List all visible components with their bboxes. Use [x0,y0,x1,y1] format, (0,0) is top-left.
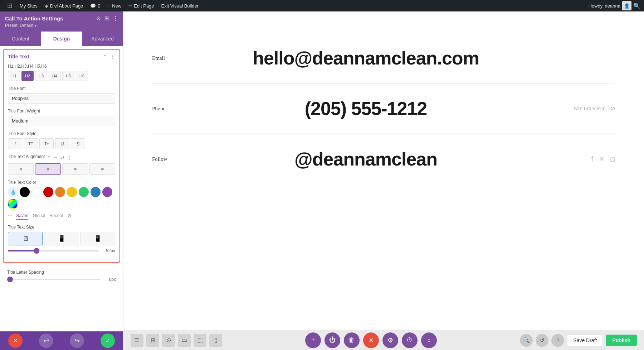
settings-btn[interactable]: ⚙ [382,332,398,348]
publish-label: Publish [612,337,630,343]
help-btn[interactable]: ? [551,334,564,347]
wireframe-icon-btn[interactable]: ☰ [131,334,143,347]
reset-icon[interactable]: ↺ [60,155,64,160]
size-slider[interactable] [8,250,99,251]
fullscreen-icon[interactable]: ⊙ [96,15,101,21]
follow-label: Follow [152,156,188,162]
follow-row: Follow @deannamclean f ✕ ◻ [152,134,615,184]
title-font-select[interactable]: Poppins [8,93,115,104]
more-icon[interactable]: ⋮ [113,15,118,21]
uppercase-btn[interactable]: Tt [39,138,54,149]
color-swatch-green[interactable] [79,187,89,197]
reorder-btn[interactable]: ↕ [421,332,437,348]
color-swatch-black[interactable] [20,187,30,197]
more-align-icon[interactable]: ⋮ [67,155,72,160]
twitter-x-icon[interactable]: ✕ [599,155,604,163]
tab-advanced[interactable]: Advanced [82,32,123,46]
grid-icon-btn[interactable]: ⊞ [146,334,159,347]
title-font-weight-select[interactable]: Medium [8,116,115,126]
split-icon[interactable]: ⊞ [104,15,109,21]
power-btn[interactable]: ⏻ [325,332,340,348]
align-right-btn[interactable]: ≡ [62,163,88,175]
history-btn[interactable]: ⏱ [402,332,418,348]
comments-menu[interactable]: 💬 0 [87,0,104,11]
help-icon[interactable]: ? [48,155,50,160]
heading-h2-btn[interactable]: H2 [21,71,34,81]
mobile-icon: 📱 [94,235,102,243]
title-text-section: Title Text ⌃ ⋮ H1,H2,H3,H4,H5,H6 H1 H2 H… [3,49,120,263]
user-avatar[interactable]: 👤 [622,1,631,10]
small-caps-btn[interactable]: TT [24,138,38,149]
color-swatch-purple[interactable] [102,187,112,197]
page-view-icon-btn[interactable]: ▭ [178,334,191,347]
size-desktop-btn[interactable]: 🖥 [8,232,43,245]
edit-page-menu[interactable]: ✏ Edit Page [125,0,157,11]
instagram-icon[interactable]: ◻ [610,155,615,163]
color-swatch-white[interactable] [31,187,42,197]
title-font-label: Title Font [8,86,115,91]
color-swatch-yellow[interactable] [67,187,77,197]
undo-button[interactable]: ↩ [39,334,53,348]
add-section-btn[interactable]: + [305,332,321,348]
color-swatch-orange[interactable] [55,187,65,197]
title-font-group: Title Font Poppins [8,86,115,104]
phone-label: Phone [152,106,188,112]
collapse-icon[interactable]: ⌃ [103,54,107,59]
divi-about-menu[interactable]: ◆ Divi About Page [41,0,87,11]
delete-btn[interactable]: 🗑 [344,332,360,348]
phone-row: Phone (205) 555-1212 San Francisco, CA [152,83,615,134]
align-center-btn[interactable]: ≡ [35,163,61,175]
letter-spacing-label: Title Letter Spacing [7,270,116,275]
mobile-view-icon-btn[interactable]: ▯ [209,334,222,347]
heading-h4-btn[interactable]: H4 [49,71,61,81]
heading-h6-btn[interactable]: H6 [76,71,88,81]
wp-logo[interactable]: ⊞ [4,0,16,11]
italic-btn[interactable]: I [8,138,22,149]
new-menu[interactable]: + New [104,0,125,11]
heading-h3-btn[interactable]: H3 [35,71,47,81]
color-tab-saved[interactable]: Saved [16,213,28,220]
search-icon[interactable]: 🔍 [633,3,640,9]
eyedropper-icon[interactable]: 💧 [8,187,18,197]
color-tab-global[interactable]: Global [33,213,45,220]
color-settings-icon[interactable]: ⚙ [67,213,72,220]
publish-button[interactable]: Publish [606,335,637,346]
device-icon[interactable]: ▭ [53,155,58,160]
save-button[interactable]: ✓ [101,334,115,348]
close-button[interactable]: ✕ [8,334,23,348]
size-device-buttons: 🖥 📱 📱 [8,232,115,245]
tab-content[interactable]: Content [0,32,41,46]
facebook-icon[interactable]: f [591,155,593,163]
align-left-btn[interactable]: ≡ [8,163,34,175]
heading-level-group: H1,H2,H3,H4,H5,H6 H1 H2 H3 H4 H5 H6 [8,64,115,81]
heading-h5-btn[interactable]: H5 [62,71,74,81]
size-mobile-btn[interactable]: 📱 [80,232,115,245]
color-tab-recent[interactable]: Recent [49,213,63,220]
heading-h1-btn[interactable]: H1 [8,71,20,81]
exit-builder-menu[interactable]: Exit Visual Builder [158,0,203,11]
letter-spacing-slider[interactable] [7,279,100,280]
search-btn[interactable]: 🔍 [520,334,533,347]
color-swatch-red[interactable] [43,187,53,197]
color-swatch-custom[interactable] [8,199,18,209]
size-tablet-btn[interactable]: 📱 [44,232,79,245]
align-justify-btn[interactable]: ≡ [89,163,115,175]
right-content: Email hello@deannamclean.com Phone (205)… [123,11,644,350]
color-swatch-blue[interactable] [91,187,101,197]
save-draft-button[interactable]: Save Draft [567,334,603,346]
letter-spacing-slider-container: 0px [7,277,116,282]
section-header: Title Text ⌃ ⋮ [8,54,115,59]
more-colors-icon[interactable]: ··· [8,212,13,219]
my-sites-menu[interactable]: My Sites [16,0,41,11]
layout-icon-btn[interactable]: ⬚ [194,334,206,347]
underline-btn[interactable]: U [55,138,69,149]
size-slider-container: 52px [8,248,115,253]
redo-button[interactable]: ↪ [70,334,84,348]
strikethrough-btn[interactable]: S [71,138,85,149]
close-section-btn[interactable]: ✕ [363,332,379,348]
link-icon-btn[interactable]: ⊙ [162,334,175,347]
tab-design[interactable]: Design [41,32,82,46]
section-more-icon[interactable]: ⋮ [110,54,115,59]
preset-selector[interactable]: Preset: Default ▾ [5,23,118,28]
restore-btn[interactable]: ↺ [536,334,548,347]
